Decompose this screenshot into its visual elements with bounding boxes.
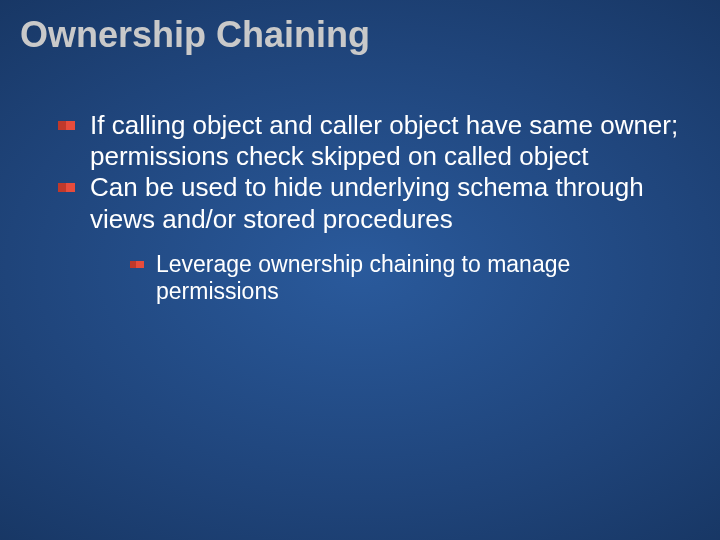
svg-rect-4 bbox=[130, 261, 136, 268]
svg-rect-3 bbox=[66, 183, 75, 192]
bullet-item: If calling object and caller object have… bbox=[58, 110, 680, 172]
bullet-text: Can be used to hide underlying schema th… bbox=[90, 172, 644, 233]
svg-rect-5 bbox=[136, 261, 144, 268]
bullet-text: If calling object and caller object have… bbox=[90, 110, 678, 171]
sub-bullet-text: Leverage ownership chaining to manage pe… bbox=[156, 251, 570, 305]
slide-title: Ownership Chaining bbox=[20, 14, 370, 56]
slide: Ownership Chaining If calling object and… bbox=[0, 0, 720, 540]
bullet-icon bbox=[58, 183, 75, 192]
svg-rect-2 bbox=[58, 183, 66, 192]
svg-rect-0 bbox=[58, 121, 66, 130]
bullet-item: Can be used to hide underlying schema th… bbox=[58, 172, 680, 306]
bullet-icon bbox=[130, 261, 144, 268]
slide-content: If calling object and caller object have… bbox=[58, 110, 680, 306]
bullet-icon bbox=[58, 121, 75, 130]
sub-bullet-item: Leverage ownership chaining to manage pe… bbox=[130, 251, 680, 306]
svg-rect-1 bbox=[66, 121, 75, 130]
